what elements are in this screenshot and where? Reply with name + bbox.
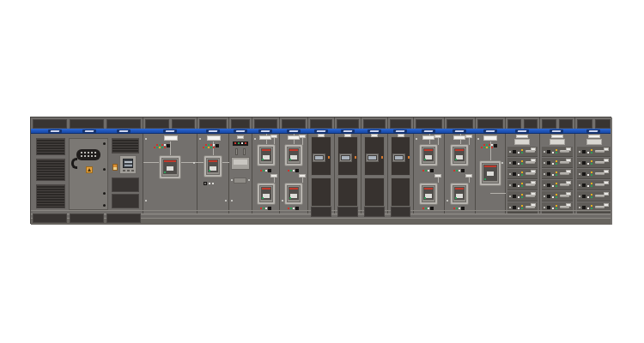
brand-logo-icon	[422, 129, 435, 133]
circuit-breaker	[479, 160, 501, 186]
mcc-drawer-stack	[507, 146, 538, 214]
indicator-leds	[203, 144, 204, 146]
circuit-breaker-lower	[419, 183, 438, 205]
nameplate	[318, 134, 325, 137]
brand-logo-icon	[117, 129, 131, 133]
indicator-leds	[451, 208, 453, 209]
orange-indicator-icon	[381, 156, 383, 159]
circuit-breaker	[159, 155, 181, 179]
mcc-drawer	[577, 168, 611, 178]
circuit-breaker-upper	[450, 144, 469, 166]
mcc-drawer-stack	[577, 146, 611, 214]
orange-tag-icon	[112, 164, 118, 171]
indicator-leds	[451, 170, 453, 172]
bottom-vent-panel	[391, 207, 410, 217]
brand-logo-icon	[234, 129, 247, 133]
document-holder	[514, 139, 530, 145]
mcc-drawer	[507, 168, 538, 178]
mcc-drawer	[542, 190, 573, 201]
nameplate	[422, 135, 434, 140]
mcc-drawer	[507, 157, 538, 167]
indicator-leds	[285, 208, 287, 209]
hinge-dot-icon	[103, 192, 106, 195]
mcc-drawer	[577, 157, 611, 167]
nameplate	[344, 134, 351, 137]
bottom-vent-panel	[337, 207, 358, 217]
mcc-drawer	[542, 179, 573, 190]
tag-plate	[434, 174, 441, 178]
brand-logo-icon	[341, 129, 355, 133]
hmi-display	[366, 153, 379, 162]
orange-indicator-icon	[408, 156, 410, 159]
dark-door-lower	[364, 178, 385, 207]
nameplate	[516, 135, 528, 138]
indicator-leds	[481, 144, 483, 146]
dark-door-lower	[311, 178, 331, 207]
orange-indicator-icon	[328, 156, 330, 159]
nameplate	[371, 134, 378, 137]
hmi-display	[313, 153, 325, 162]
tag-plate	[270, 174, 277, 178]
brand-logo-icon	[206, 129, 220, 133]
circuit-breaker-lower	[284, 183, 303, 205]
orange-indicator-icon	[355, 156, 356, 159]
hmi-display	[339, 153, 352, 162]
document-holder	[586, 139, 602, 145]
hinge-dot-icon	[103, 168, 106, 171]
fuse-icon	[243, 148, 246, 155]
brand-logo-icon	[483, 129, 497, 133]
fuse-icon	[235, 148, 238, 155]
door-handle	[71, 158, 77, 169]
circuit-breaker-lower	[450, 183, 469, 205]
meter-buttons	[123, 170, 125, 172]
warning-label-icon	[86, 166, 93, 173]
indicator-leds	[285, 170, 287, 172]
mcc-drawer	[507, 190, 538, 201]
brand-logo-icon	[586, 129, 600, 133]
nameplate	[453, 135, 465, 140]
nameplate	[207, 135, 221, 141]
tag-plate	[465, 135, 472, 138]
mcc-drawer	[577, 146, 611, 156]
mimic-line	[213, 141, 214, 155]
louver-vent	[36, 184, 65, 208]
bus-transition-box	[231, 157, 250, 170]
brand-logo-icon	[368, 129, 381, 133]
mcc-drawer	[542, 157, 573, 167]
meter-screen	[123, 159, 133, 168]
tag-plate	[270, 135, 277, 138]
connector-panel-icon	[76, 149, 100, 160]
mcc-drawer-stack	[542, 146, 573, 214]
nameplate	[164, 135, 178, 141]
mcc-drawer	[542, 146, 573, 156]
switchgear-lineup	[30, 117, 611, 224]
nameplate	[259, 135, 271, 140]
brand-logo-icon	[258, 129, 272, 133]
nameplate	[551, 135, 563, 138]
mimic-line	[490, 141, 491, 160]
brand-logo-icon	[515, 129, 529, 133]
tag-plate	[434, 135, 441, 138]
brand-logo-icon	[393, 129, 407, 133]
tag-plate	[465, 174, 472, 178]
mcc-drawer	[577, 190, 611, 201]
circuit-breaker-upper	[419, 144, 438, 166]
mimic-line	[170, 141, 171, 155]
vent-panel	[112, 178, 139, 192]
mcc-drawer	[577, 179, 611, 190]
main-door	[69, 138, 108, 210]
indicator-leds	[420, 170, 422, 172]
dark-door-lower	[391, 178, 410, 207]
indicator-leds	[258, 170, 259, 172]
aux-indicators	[204, 183, 206, 184]
louver-plate	[234, 178, 246, 184]
control-bar	[233, 141, 248, 146]
circuit-breaker-upper	[284, 144, 303, 166]
hinge-dot-icon	[103, 204, 106, 207]
brand-logo-icon	[550, 129, 563, 133]
circuit-breaker	[204, 155, 222, 178]
bottom-vent-panels	[33, 214, 141, 223]
circuit-breaker-lower	[257, 183, 276, 205]
brand-logo-icon	[453, 129, 466, 133]
brand-logo-icon	[287, 129, 301, 133]
